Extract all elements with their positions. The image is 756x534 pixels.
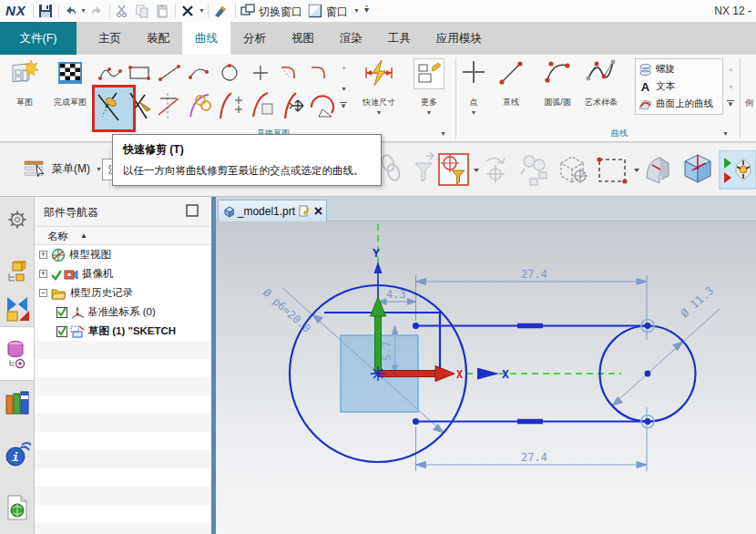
studio-spline-button[interactable]: 艺术样条 bbox=[577, 58, 625, 88]
web-browser-icon[interactable] bbox=[6, 494, 30, 521]
history-info-icon[interactable]: i bbox=[5, 441, 31, 467]
nx-logo: NX bbox=[5, 3, 26, 18]
part-tab[interactable]: _model1.prt bbox=[218, 200, 327, 221]
tree-row-cameras[interactable]: + 摄像机 bbox=[35, 264, 211, 283]
text-button[interactable]: A 文本 bbox=[639, 78, 675, 95]
model-views-icon bbox=[51, 248, 66, 262]
window-button[interactable]: 窗口 bbox=[326, 5, 348, 20]
dimension-labels: 27.4 27.4 4.3 5.7 Ø p6=20.0 Ø 11.3 bbox=[261, 268, 716, 464]
sketch-viewport[interactable]: 27.4 27.4 4.3 5.7 Ø p6=20.0 Ø 11.3 bbox=[216, 221, 756, 534]
switch-window-button[interactable]: 切换窗口 bbox=[259, 5, 302, 20]
arc-circle-button[interactable]: 圆弧/圆 bbox=[534, 58, 581, 88]
studio-spline-icon bbox=[586, 58, 617, 86]
tab-view[interactable]: 视图 bbox=[279, 22, 327, 55]
paste-icon bbox=[155, 4, 169, 18]
tab-file[interactable]: 文件(F) bbox=[0, 22, 77, 55]
helix-icon bbox=[639, 63, 652, 77]
tree-row-model-views[interactable]: + 模型视图 bbox=[35, 245, 211, 264]
finish-sketch-button[interactable]: 完成草图 bbox=[46, 58, 95, 90]
reuse-library-icon[interactable] bbox=[5, 390, 30, 416]
tab-application[interactable]: 应用模块 bbox=[424, 22, 495, 55]
x-axis-arrow bbox=[477, 368, 499, 380]
group-direct-sketch-dropdown-icon[interactable]: ▼ bbox=[440, 130, 446, 137]
rapid-dimension-button[interactable]: 快速尺寸 ▼ bbox=[355, 58, 403, 90]
more-dropdown-icon[interactable]: ▼ bbox=[410, 109, 448, 116]
modified-doc-icon[interactable] bbox=[299, 205, 309, 217]
curve-gallery: 螺旋 A 文本 曲面上的曲线 bbox=[635, 58, 723, 115]
dim-bottom-width: 27.4 bbox=[521, 451, 547, 464]
quick-trim-highlight-border bbox=[92, 85, 136, 132]
tab-curve[interactable]: 曲线 bbox=[182, 22, 230, 55]
resource-bar: i bbox=[0, 197, 35, 534]
tree-row-sketch[interactable]: 草图 (1) "SKETCH bbox=[35, 322, 211, 341]
curve-on-surface-icon bbox=[639, 98, 652, 111]
redo-icon bbox=[89, 4, 104, 18]
panel-window-icon[interactable] bbox=[186, 204, 199, 217]
rapid-dimension-dropdown-icon[interactable]: ▼ bbox=[355, 109, 403, 116]
part-icon bbox=[222, 205, 234, 218]
folder-icon bbox=[51, 287, 66, 300]
undo-icon[interactable] bbox=[64, 4, 78, 18]
checkbox-checked[interactable] bbox=[56, 326, 67, 337]
window-dropdown-icon[interactable]: ▼ bbox=[353, 7, 360, 14]
dim-big-diameter: Ø p6=20.0 bbox=[261, 286, 313, 335]
copy-icon bbox=[135, 4, 149, 18]
part-navigator-tab-active[interactable] bbox=[0, 326, 35, 381]
tab-tools[interactable]: 工具 bbox=[375, 22, 424, 55]
assembly-navigator-icon[interactable] bbox=[5, 261, 29, 286]
part-tab-title: _model1.prt bbox=[238, 205, 295, 218]
sketch-button[interactable]: 草图 bbox=[5, 58, 44, 90]
point-dropdown-icon[interactable]: ▼ bbox=[455, 109, 492, 116]
line-button[interactable]: 直线 bbox=[494, 58, 528, 88]
collapse-icon[interactable]: − bbox=[39, 289, 47, 297]
offset-curve-button bbox=[220, 93, 242, 118]
save-icon[interactable] bbox=[38, 4, 53, 18]
y-axis-label: Y bbox=[373, 246, 380, 260]
reset-orientation-icon bbox=[486, 158, 505, 183]
tooltip-title: 快速修剪 (T) bbox=[123, 142, 184, 158]
titlebar-version: NX 12 - bbox=[714, 5, 751, 17]
format-brush-icon[interactable] bbox=[213, 4, 230, 18]
chain-icon bbox=[380, 153, 401, 181]
checkbox-checked[interactable] bbox=[56, 307, 67, 318]
column-header[interactable]: 名称 ▲ bbox=[35, 226, 211, 245]
expand-icon[interactable]: + bbox=[39, 251, 47, 259]
expand-icon[interactable]: + bbox=[39, 270, 47, 278]
part-navigator-panel: 部件导航器 名称 ▲ + 模型视图 + 摄像机 − 模型历史记录 基准坐标系 (… bbox=[35, 197, 211, 534]
gallery-expand-icon[interactable]: ▼ bbox=[727, 100, 734, 108]
selection-toolbar[interactable] bbox=[379, 150, 756, 190]
group-curve-dropdown-icon[interactable]: ▼ bbox=[722, 130, 729, 137]
dropdown-icon bbox=[474, 169, 479, 172]
tab-analysis[interactable]: 分析 bbox=[230, 22, 279, 55]
move-curve-button bbox=[285, 93, 303, 118]
check-icon bbox=[50, 268, 63, 281]
constraint-navigator-icon[interactable] bbox=[5, 295, 29, 323]
part-navigator-icon bbox=[5, 340, 29, 369]
ribbon-minimize-icon[interactable]: ▾̄ bbox=[364, 5, 369, 15]
tree-row-datum-csys[interactable]: 基准坐标系 (0) bbox=[35, 303, 211, 322]
more-button[interactable]: 更多 ▼ bbox=[410, 58, 448, 89]
gallery-scroll-down-icon: ▼ bbox=[728, 84, 734, 90]
menu-button[interactable]: 菜单(M) ▼ bbox=[24, 159, 102, 178]
tree-row-model-history[interactable]: − 模型历史记录 bbox=[35, 283, 211, 303]
close-tab-icon[interactable] bbox=[313, 206, 322, 216]
delete-icon[interactable] bbox=[180, 4, 195, 18]
arc-circle-icon bbox=[544, 58, 571, 86]
roller-gear-icon[interactable] bbox=[7, 210, 27, 230]
point-button[interactable]: 点 ▼ bbox=[455, 58, 492, 88]
tab-home[interactable]: 主页 bbox=[86, 22, 134, 55]
helix-button[interactable]: 螺旋 bbox=[639, 61, 675, 77]
tab-assembly[interactable]: 装配 bbox=[134, 22, 182, 55]
tab-render[interactable]: 渲染 bbox=[327, 22, 375, 55]
point-icon bbox=[461, 58, 486, 86]
menu-icon bbox=[24, 159, 47, 178]
ribbon: 草图 完成草图 bbox=[0, 55, 756, 142]
x-axis-red-label: X bbox=[456, 368, 464, 381]
switch-window-icon[interactable] bbox=[240, 4, 255, 18]
window-icon[interactable] bbox=[308, 4, 322, 18]
curve-on-surface-button[interactable]: 曲面上的曲线 bbox=[639, 96, 713, 112]
sketch-curve-toolbar-row1[interactable] bbox=[97, 62, 342, 86]
undo-dropdown-icon[interactable]: ▼ bbox=[80, 7, 87, 14]
camera-icon bbox=[64, 268, 78, 281]
delete-dropdown-icon[interactable]: ▼ bbox=[199, 7, 205, 14]
